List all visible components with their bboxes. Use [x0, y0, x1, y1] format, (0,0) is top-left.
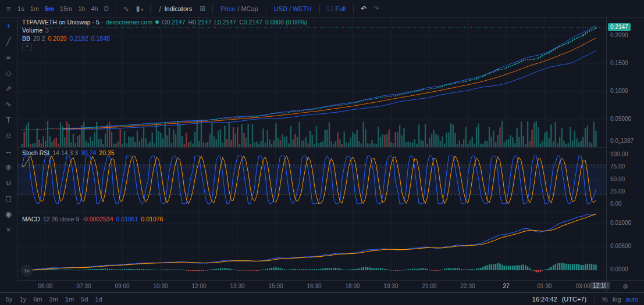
toolbar-divider — [319, 4, 320, 13]
chart-region: TTPA/WETH on Uniswap · 5 · dexscreener.c… — [17, 17, 606, 280]
measure-icon[interactable]: ↔ — [2, 145, 15, 157]
stoch-d-value: 20.35 — [99, 149, 114, 156]
time-label-19:30: 19:30 — [383, 283, 398, 289]
candle-chart-icon[interactable]: ▮▾ — [133, 3, 147, 14]
fullscreen-button[interactable]: ☐ Full — [324, 3, 350, 14]
macd-line-value: 0.01051 — [116, 216, 138, 223]
close-value: 0.2147 — [244, 19, 262, 26]
stoch-axis-label: 50.00 — [610, 176, 625, 182]
volume-legend: Volume 3 — [22, 27, 49, 34]
range-1y[interactable]: 1y — [20, 296, 27, 303]
magnet-icon[interactable]: ∪ — [2, 177, 15, 189]
time-label-07:30: 07:30 — [76, 283, 91, 289]
trend-line-icon[interactable]: ╱ — [2, 35, 15, 48]
time-axis[interactable]: 06:0007:3009:0010:3012:0013:3015:0016:30… — [17, 280, 606, 292]
undo-icon[interactable]: ↶ — [358, 3, 369, 14]
range-1m[interactable]: 1m — [65, 296, 74, 303]
zero-prefix: 0.0 — [610, 138, 618, 144]
text-tool-icon[interactable]: T — [2, 114, 15, 126]
hide-drawings-icon[interactable]: ◉ — [2, 208, 15, 220]
menu-icon[interactable]: ≡ — [3, 3, 13, 14]
legend-collapse-button[interactable]: ^ — [22, 43, 32, 51]
macd-panel[interactable]: MACD 12 26 close 9 -0.0002534 0.01051 0.… — [17, 213, 606, 280]
range-5d[interactable]: 5d — [81, 296, 88, 303]
range-5y[interactable]: 5y — [6, 296, 13, 303]
source-link[interactable]: dexscreener.com — [106, 19, 152, 26]
timeframe-15m[interactable]: 15m — [57, 3, 75, 14]
xabcd-pattern-icon[interactable]: ◇ — [2, 67, 15, 79]
price-mcap-toggle[interactable]: Price / MCap — [217, 3, 262, 14]
forecast-icon[interactable]: ⇗ — [2, 82, 15, 95]
price-axis-zero-label: 0.041387 — [610, 138, 634, 145]
timeframe-5m[interactable]: 5m — [42, 3, 57, 14]
toolbar-divider — [150, 4, 151, 13]
timeframe-1s[interactable]: 1s — [15, 3, 27, 14]
toolbar-divider — [353, 4, 354, 13]
settings-gear-icon[interactable]: ⚙ — [622, 283, 628, 290]
macd-label: MACD — [22, 216, 40, 223]
time-label-22:30: 22:30 — [460, 283, 475, 289]
time-label-16:30: 16:30 — [307, 283, 321, 289]
mcap-toggle-label: / MCap — [237, 5, 258, 12]
macd-axis-label: 0.0000 — [610, 266, 628, 272]
range-1d[interactable]: 1d — [95, 296, 102, 303]
stoch-axis-label: 100.00 — [610, 151, 628, 157]
macd-canvas — [17, 213, 606, 280]
time-label-10:30: 10:30 — [153, 283, 168, 289]
price-panel[interactable]: TTPA/WETH on Uniswap · 5 · dexscreener.c… — [17, 17, 606, 147]
zero-digits: 1387 — [621, 138, 634, 144]
time-label-01:30: 01:30 — [537, 283, 552, 289]
macd-params: 12 26 close 9 — [43, 216, 79, 223]
time-label-27: 27 — [503, 283, 509, 289]
layout-grid-icon[interactable]: ⊞ — [197, 3, 208, 14]
percent-scale-button[interactable]: % — [602, 296, 608, 303]
trading-chart-app: ≡ 1s1m5m15m1h4hD ∿ ▮▾ ƒ Indicators ⊞ Pri… — [0, 0, 644, 305]
stoch-label: Stoch RSI — [22, 149, 49, 156]
brush-icon[interactable]: ∿ — [2, 98, 15, 110]
zoom-in-icon[interactable]: ⊕ — [2, 161, 15, 173]
price-axis[interactable]: 0.21470.20000.15000.10000.050000.0413871… — [606, 17, 644, 280]
bb-lower-value: 0.1848 — [91, 35, 110, 42]
crosshair-cursor-icon[interactable]: + — [2, 20, 15, 32]
time-label-03:00: 03:00 — [575, 283, 590, 289]
timezone[interactable]: (UTC+7) — [562, 296, 586, 303]
price-legend: TTPA/WETH on Uniswap · 5 · dexscreener.c… — [22, 19, 307, 26]
lock-drawings-icon[interactable]: ◻ — [2, 192, 15, 204]
time-label-06:00: 06:00 — [38, 283, 52, 289]
redo-icon[interactable]: ↷ — [371, 3, 382, 14]
fullscreen-label: Full — [335, 5, 346, 12]
price-toggle-label: Price — [220, 5, 235, 12]
range-3m[interactable]: 3m — [49, 296, 58, 303]
top-toolbar: ≡ 1s1m5m15m1h4hD ∿ ▮▾ ƒ Indicators ⊞ Pri… — [0, 0, 644, 17]
candle-glyph: ▮ — [136, 5, 140, 13]
fib-retracement-icon[interactable]: ≡ — [2, 51, 15, 63]
timeframe-1h[interactable]: 1h — [75, 3, 88, 14]
timeframe-D[interactable]: D — [101, 3, 112, 14]
macd-axis-label: 0.01000 — [610, 220, 631, 226]
emoji-icon[interactable]: ☺ — [2, 130, 15, 142]
time-label-15:00: 15:00 — [268, 283, 283, 289]
delete-drawings-icon[interactable]: × — [2, 224, 15, 236]
macd-signal-value: 0.01076 — [141, 216, 163, 223]
function-icon: ƒ — [158, 5, 162, 12]
indicators-label: Indicators — [165, 5, 193, 12]
price-axis-label: 0.1000 — [610, 88, 628, 94]
time-label-13:30: 13:30 — [230, 283, 244, 289]
fullscreen-icon: ☐ — [328, 5, 333, 12]
log-scale-button[interactable]: log — [613, 296, 621, 303]
clock: 16:24:42 — [532, 296, 557, 303]
line-chart-icon[interactable]: ∿ — [120, 3, 132, 14]
toolbar-divider — [116, 4, 116, 13]
timeframe-4h[interactable]: 4h — [88, 3, 101, 14]
macd-hist-value: -0.0002534 — [82, 216, 113, 223]
stoch-rsi-panel[interactable]: Stoch RSI 14 14 3 3 30.74 20.35 — [17, 147, 606, 213]
footer-right: 16:24:42 (UTC+7) % log auto — [532, 295, 638, 304]
tradingview-logo[interactable]: TV — [21, 265, 33, 277]
bollinger-legend: BB 20 2 0.2020 0.2192 0.1848 — [22, 35, 110, 42]
range-6m[interactable]: 6m — [33, 296, 42, 303]
auto-scale-button[interactable]: auto — [626, 296, 638, 303]
timeframe-1m[interactable]: 1m — [27, 3, 42, 14]
indicators-button[interactable]: ƒ Indicators — [155, 3, 195, 14]
currency-toggle[interactable]: USD / WETH — [271, 3, 315, 14]
time-label-21:00: 21:00 — [422, 283, 436, 289]
